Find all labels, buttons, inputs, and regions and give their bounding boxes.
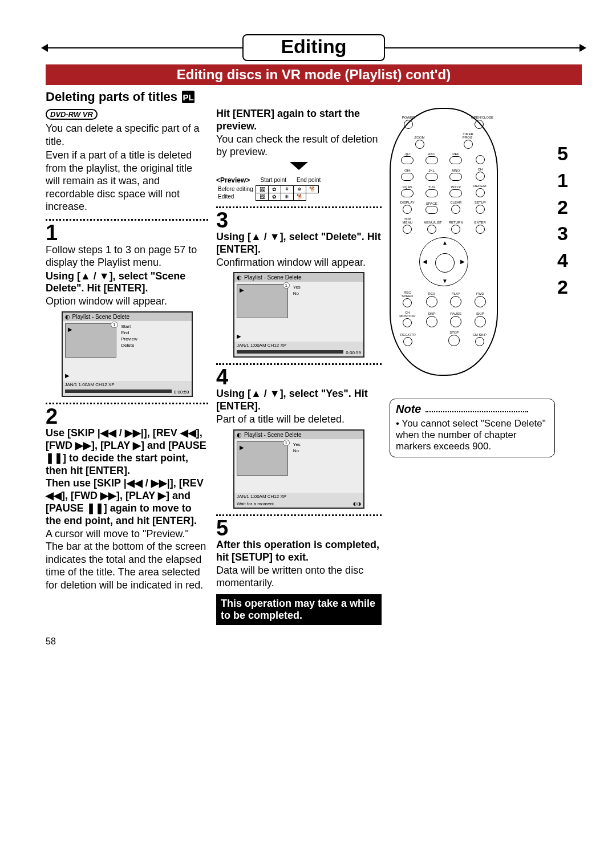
power-button: [404, 120, 413, 129]
step-number-5: 5: [216, 517, 382, 539]
callout-num: 5: [557, 142, 568, 165]
step-number-3: 3: [216, 209, 382, 231]
btn-label: PQRS: [399, 185, 415, 189]
page-number: 58: [46, 636, 582, 647]
btn-label: OPEN/CLOSE: [471, 116, 487, 119]
note-title: Note: [396, 403, 423, 416]
btn-label: MENU/LIST: [424, 221, 440, 224]
btn-label: STOP: [446, 331, 462, 334]
pause-button: [450, 316, 461, 327]
stop-button: [448, 335, 460, 346]
step3-result: Confirmation window will appear.: [216, 256, 382, 269]
btn-label: REPEAT: [472, 184, 488, 188]
osd-option: No: [293, 290, 301, 297]
preview-label: <Preview>: [216, 176, 250, 184]
openclose-button: [475, 120, 484, 129]
chapter-title: Editing: [269, 35, 359, 58]
thumb-index: 1: [111, 322, 117, 328]
preview-body: You can check the result of deletion by …: [216, 133, 382, 159]
osd-option: No: [293, 448, 301, 454]
btn-label: PLAY: [448, 292, 464, 295]
row-label-edited: Edited: [216, 193, 256, 200]
skip-next-button: [475, 316, 486, 327]
osd-option: Delete: [121, 342, 137, 348]
btn-label: FWD: [472, 292, 488, 295]
btn-label: POWER: [400, 116, 416, 119]
step2-result: A cursor will move to "Preview." The bar…: [46, 528, 208, 592]
num-1-button: [401, 156, 414, 164]
btn-label: CLEAR: [448, 201, 464, 204]
return-button: [451, 225, 460, 234]
section-banner: Editing discs in VR mode (Playlist) cont…: [46, 64, 582, 85]
step1-result: Option window will appear.: [46, 295, 208, 308]
btn-label: CM SKIP: [472, 333, 488, 336]
ch-down-button: [476, 172, 485, 181]
arrow-up-icon: ▲: [442, 240, 448, 246]
osd-status: JAN/1 1:00AM CH12 XP: [65, 382, 115, 387]
btn-label: ENTER: [472, 221, 488, 224]
row-label-before: Before editing: [216, 185, 256, 193]
callout-num: 3: [557, 222, 568, 245]
osd-option: Start: [121, 323, 137, 330]
btn-label: SKIP: [424, 312, 440, 315]
recotr-button: [403, 337, 412, 346]
btn-label: REV: [424, 292, 440, 295]
osd-title-text: Playlist - Scene Delete: [72, 314, 130, 320]
step-number-2: 2: [46, 405, 208, 427]
step-number-1: 1: [46, 222, 208, 244]
topmenu-button: [403, 225, 412, 234]
arrow-right-icon: ▶: [460, 258, 465, 265]
btn-label: CH MONITOR: [399, 311, 415, 318]
btn-label: JKL: [424, 169, 440, 172]
osd-wait-message: Wait for a moment.: [237, 501, 275, 506]
divider: [46, 219, 208, 221]
btn-label: GHI: [399, 169, 415, 172]
clear-button: [451, 205, 460, 214]
callout-num: 2: [557, 275, 568, 299]
num-9-button: [449, 189, 462, 197]
rule-left: [46, 47, 242, 48]
osd-status: JAN/1 1:00AM CH12 XP: [237, 494, 286, 499]
num-0-button: [425, 206, 438, 214]
fwd-button: [475, 296, 486, 307]
cmskip-button: [475, 337, 484, 346]
osd-option: Yes: [293, 284, 301, 290]
onscreen-menu-3: ◐ Playlist - Scene Delete 1 Yes No ▶ JAN…: [233, 272, 364, 358]
btn-label: SPACE: [424, 202, 440, 205]
step5-instruction: After this operation is completed, hit […: [216, 539, 382, 564]
disc-busy-icon: ◐◑: [353, 501, 361, 506]
osd-title: ◐ Playlist - Scene Delete: [63, 313, 192, 321]
chapter-header: Editing: [46, 34, 582, 61]
dvd-rw-badge: DVD-RW VR: [46, 109, 98, 120]
btn-label: CH: [472, 168, 488, 171]
osd-title-text: Playlist - Scene Delete: [244, 432, 302, 438]
step2-instruction-a: Use [SKIP |◀◀ / ▶▶|], [REV ◀◀], [FWD ▶▶]…: [46, 427, 208, 477]
timer-prog-button: [464, 140, 473, 149]
preview-diagram: Before editing 🖼✿⚘❄🐕 Edited 🖼✿❄🐕: [216, 185, 319, 201]
arrow-down-icon: [290, 162, 308, 170]
osd-option: Preview: [121, 336, 137, 342]
osd-thumbnail: 1: [65, 323, 116, 358]
menulist-button: [427, 225, 436, 234]
intro-paragraph-2: Even if a part of a title is deleted fro…: [46, 149, 208, 213]
btn-label: .@/:: [399, 152, 415, 156]
divider: [216, 363, 382, 365]
intro-paragraph-1: You can delete a specific part of a titl…: [46, 122, 208, 148]
btn-label: TUV: [424, 185, 440, 189]
num-8-button: [425, 189, 438, 197]
play-button: [450, 296, 461, 307]
column-right: POWER OPEN/CLOSE ZOOM TIMER PROG. .@/: A…: [390, 108, 582, 625]
thumb-index: 1: [283, 282, 290, 289]
num-6-button: [449, 173, 462, 181]
divider: [46, 403, 208, 404]
step1-instruction: Using [▲ / ▼], select "Scene Delete". Hi…: [46, 270, 208, 295]
step3-instruction: Using [▲ / ▼], select "Delete". Hit [ENT…: [216, 231, 382, 256]
callout-num: 2: [557, 196, 568, 219]
osd-thumbnail: 1: [237, 441, 288, 476]
rev-button: [426, 296, 437, 307]
btn-label: ZOOM: [412, 136, 428, 139]
step-number-4: 4: [216, 366, 382, 388]
num-7-button: [401, 189, 414, 197]
btn-label: REC SPEED: [399, 291, 415, 298]
osd-option-list: Yes No: [293, 441, 301, 454]
